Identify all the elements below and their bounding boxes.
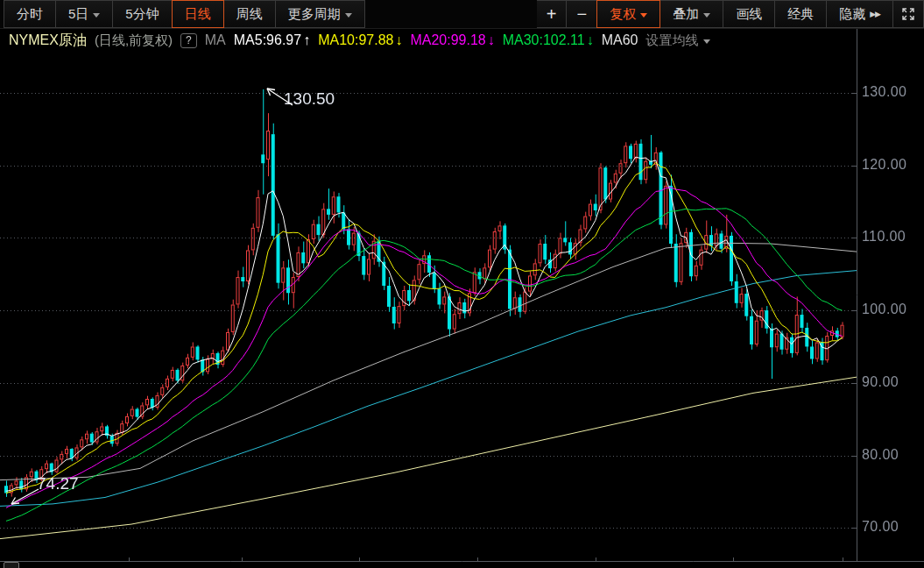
candlestick-chart-canvas[interactable] <box>0 0 924 568</box>
y-axis-label: 70.00 <box>862 519 899 535</box>
draw-line-button[interactable]: 画线 <box>723 0 775 28</box>
overlay-button[interactable]: 叠加 <box>660 0 723 28</box>
double-right-arrow-icon: ▶▶ <box>870 10 880 18</box>
help-icon[interactable]: ? <box>180 33 197 48</box>
ma20-legend-value: MA20:99.18↓ <box>410 32 494 48</box>
down-arrow-icon: ↓ <box>587 32 594 48</box>
classic-style-button[interactable]: 经典 <box>775 0 827 28</box>
tab-5day[interactable]: 5日 <box>56 0 113 28</box>
chevron-down-icon <box>703 39 710 44</box>
fullscreen-button[interactable] <box>893 0 924 28</box>
ma10-legend-value: MA10:97.88↓ <box>318 32 402 48</box>
y-axis-label: 120.00 <box>862 157 906 173</box>
chart-legend-row: NYMEX原油 (日线,前复权) ? MA MA5:96.97↑ MA10:97… <box>0 29 924 52</box>
chevron-down-icon <box>703 13 710 18</box>
tab-more-periods[interactable]: 更多周期 <box>276 0 365 28</box>
ma60-legend-label: MA60 <box>602 32 638 48</box>
tab-timeshare[interactable]: 分时 <box>4 0 56 28</box>
period-buttons-group: 分时 5日 5分钟 日线 周线 更多周期 <box>4 0 365 28</box>
low-annotation-arrow-icon <box>7 486 40 508</box>
down-arrow-icon: ↓ <box>488 32 495 48</box>
chart-tools-group: + − 复权 叠加 画线 经典 隐藏▶▶ <box>537 0 924 28</box>
low-price-annotation: 74.27 <box>37 474 79 493</box>
ma5-legend-value: MA5:96.97↑ <box>234 32 310 48</box>
y-axis-label: 100.00 <box>862 302 906 317</box>
down-arrow-icon: ↓ <box>395 32 402 48</box>
hide-panel-button[interactable]: 隐藏▶▶ <box>827 0 893 28</box>
tab-weekly[interactable]: 周线 <box>224 0 276 28</box>
y-axis-label: 130.00 <box>862 84 906 100</box>
chevron-down-icon <box>345 13 352 18</box>
period-toolbar: 分时 5日 5分钟 日线 周线 更多周期 + − 复权 叠加 画线 经典 隐藏▶… <box>0 0 924 29</box>
chevron-down-icon <box>640 13 647 18</box>
y-axis-label: 90.00 <box>862 374 899 390</box>
adjust-mode-button[interactable]: 复权 <box>596 0 660 28</box>
expand-arrows-icon <box>901 7 915 21</box>
chevron-down-icon <box>93 13 100 18</box>
ma30-legend-value: MA30:102.11↓ <box>503 32 594 48</box>
period-adjust-subtitle: (日线,前复权) <box>95 32 173 49</box>
bottom-left-mini-icon[interactable] <box>4 562 19 568</box>
up-arrow-icon: ↑ <box>303 32 310 48</box>
tab-5min[interactable]: 5分钟 <box>113 0 172 28</box>
tab-daily[interactable]: 日线 <box>172 0 224 28</box>
zoom-out-button[interactable]: − <box>567 0 597 28</box>
symbol-title: NYMEX原油 <box>9 32 87 50</box>
y-axis-label: 110.00 <box>862 229 906 245</box>
ma-settings-dropdown[interactable]: 设置均线 <box>646 32 710 49</box>
y-axis-label: 80.00 <box>862 447 899 463</box>
zoom-in-button[interactable]: + <box>537 0 568 28</box>
ma-prefix-label: MA <box>205 32 226 48</box>
high-annotation-arrow-icon <box>263 84 296 109</box>
chart-window: 分时 5日 5分钟 日线 周线 更多周期 + − 复权 叠加 画线 经典 隐藏▶… <box>0 0 924 568</box>
